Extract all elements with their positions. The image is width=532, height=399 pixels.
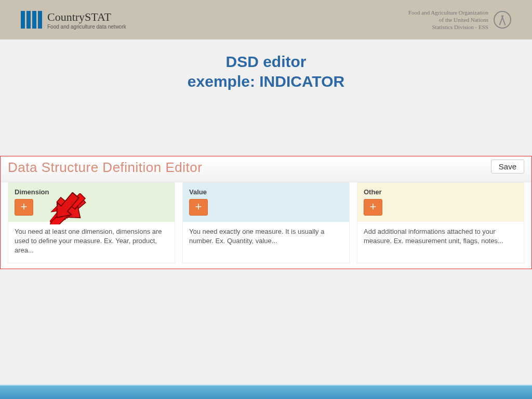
- other-label: Other: [364, 188, 517, 196]
- fao-emblem-icon: [494, 11, 511, 29]
- title-line1: DSD editor: [0, 52, 532, 72]
- fao-line3: Statistics Division - ESS: [408, 23, 488, 31]
- dimension-column: Dimension + You need at least one dimens…: [8, 182, 175, 263]
- value-column: Value + You need exactly one measure. It…: [182, 182, 350, 263]
- value-label: Value: [189, 188, 343, 196]
- fao-line2: of the United Nations: [408, 16, 488, 23]
- countrystat-logo: CountrySTAT Food and agriculture data ne…: [21, 10, 126, 30]
- value-description: You need exactly one measure. It is usua…: [183, 222, 349, 253]
- save-button[interactable]: Save: [491, 159, 524, 174]
- fao-line1: Food and Agriculture Organization: [408, 9, 488, 16]
- logo-bars-icon: [21, 11, 42, 29]
- add-other-button[interactable]: +: [364, 199, 382, 216]
- other-description: Add additional informations attached to …: [357, 222, 524, 253]
- logo-subtitle: Food and agriculture data network: [47, 24, 126, 30]
- add-dimension-button[interactable]: +: [15, 199, 33, 216]
- slide-title: DSD editor exemple: INDICATOR: [0, 52, 532, 91]
- footer-bar: [0, 384, 532, 399]
- add-value-button[interactable]: +: [189, 199, 208, 216]
- other-column: Other + Add additional informations atta…: [357, 182, 524, 263]
- dsd-editor-panel: Data Structure Definition Editor Save Di…: [0, 156, 532, 269]
- fao-block: Food and Agriculture Organization of the…: [408, 9, 511, 31]
- editor-title: Data Structure Definition Editor: [8, 159, 202, 176]
- dimension-description: You need at least one dimension, dimensi…: [8, 222, 175, 263]
- title-line2: exemple: INDICATOR: [0, 72, 532, 91]
- dimension-label: Dimension: [15, 188, 168, 196]
- logo-title: CountrySTAT: [47, 10, 126, 24]
- header-bar: CountrySTAT Food and agriculture data ne…: [0, 0, 532, 39]
